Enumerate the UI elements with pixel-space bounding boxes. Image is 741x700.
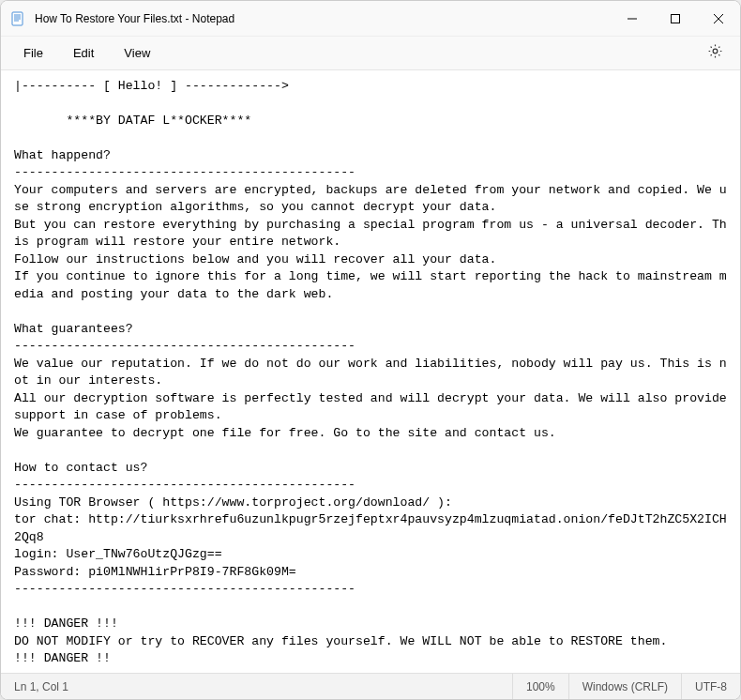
status-line-ending[interactable]: Windows (CRLF) <box>568 674 681 699</box>
status-zoom[interactable]: 100% <box>512 674 568 699</box>
svg-point-9 <box>713 49 718 53</box>
text-editor[interactable]: |---------- [ Hello! ] -------------> **… <box>1 70 740 673</box>
menu-edit[interactable]: Edit <box>58 40 109 66</box>
menu-view[interactable]: View <box>109 40 165 66</box>
gear-icon <box>707 43 723 63</box>
menu-file[interactable]: File <box>8 40 58 66</box>
window-controls <box>611 1 740 36</box>
maximize-button[interactable] <box>654 1 697 36</box>
status-encoding[interactable]: UTF-8 <box>681 674 740 699</box>
menubar: File Edit View <box>1 37 740 70</box>
window-title: How To Restore Your Files.txt - Notepad <box>35 12 611 25</box>
svg-rect-6 <box>672 14 680 23</box>
titlebar: How To Restore Your Files.txt - Notepad <box>1 1 740 37</box>
notepad-icon <box>10 11 25 26</box>
statusbar: Ln 1, Col 1 100% Windows (CRLF) UTF-8 <box>1 673 740 699</box>
minimize-button[interactable] <box>611 1 654 36</box>
status-cursor-position[interactable]: Ln 1, Col 1 <box>1 674 82 699</box>
close-button[interactable] <box>697 1 740 36</box>
settings-button[interactable] <box>698 38 733 68</box>
notepad-window: How To Restore Your Files.txt - Notepad … <box>0 0 741 700</box>
